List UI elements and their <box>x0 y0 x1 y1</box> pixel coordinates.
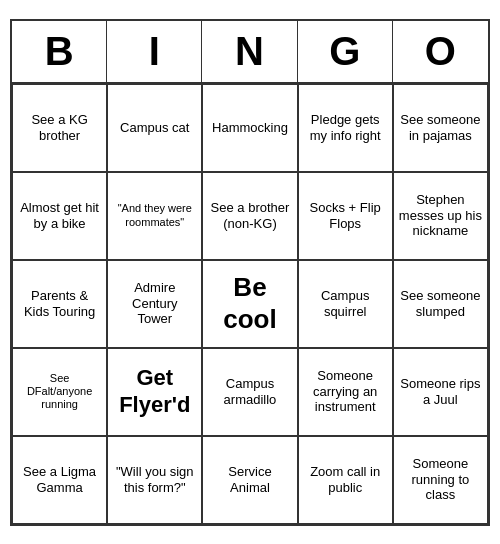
bingo-cell-23: Zoom call in public <box>298 436 393 524</box>
bingo-cell-0: See a KG brother <box>12 84 107 172</box>
bingo-cell-24: Someone running to class <box>393 436 488 524</box>
bingo-cell-20: See a Ligma Gamma <box>12 436 107 524</box>
bingo-cell-2: Hammocking <box>202 84 297 172</box>
bingo-cell-7: See a brother (non-KG) <box>202 172 297 260</box>
bingo-letter-b: B <box>12 21 107 82</box>
bingo-cell-3: Pledge gets my info right <box>298 84 393 172</box>
bingo-cell-22: Service Animal <box>202 436 297 524</box>
bingo-cell-13: Campus squirrel <box>298 260 393 348</box>
bingo-cell-11: Admire Century Tower <box>107 260 202 348</box>
bingo-cell-4: See someone in pajamas <box>393 84 488 172</box>
bingo-header: BINGO <box>12 21 488 84</box>
bingo-cell-17: Campus armadillo <box>202 348 297 436</box>
bingo-cell-14: See someone slumped <box>393 260 488 348</box>
bingo-cell-16: Get Flyer'd <box>107 348 202 436</box>
bingo-cell-19: Someone rips a Juul <box>393 348 488 436</box>
bingo-card: BINGO See a KG brotherCampus catHammocki… <box>10 19 490 526</box>
bingo-cell-5: Almost get hit by a bike <box>12 172 107 260</box>
bingo-cell-6: "And they were roommates" <box>107 172 202 260</box>
bingo-letter-n: N <box>202 21 297 82</box>
bingo-letter-i: I <box>107 21 202 82</box>
bingo-cell-12: Be cool <box>202 260 297 348</box>
bingo-cell-18: Someone carrying an instrument <box>298 348 393 436</box>
bingo-cell-10: Parents & Kids Touring <box>12 260 107 348</box>
bingo-cell-1: Campus cat <box>107 84 202 172</box>
bingo-grid: See a KG brotherCampus catHammockingPled… <box>12 84 488 524</box>
bingo-cell-9: Stephen messes up his nickname <box>393 172 488 260</box>
bingo-cell-8: Socks + Flip Flops <box>298 172 393 260</box>
bingo-cell-15: See DFalt/anyone running <box>12 348 107 436</box>
bingo-letter-g: G <box>298 21 393 82</box>
bingo-letter-o: O <box>393 21 488 82</box>
bingo-cell-21: "Will you sign this form?" <box>107 436 202 524</box>
